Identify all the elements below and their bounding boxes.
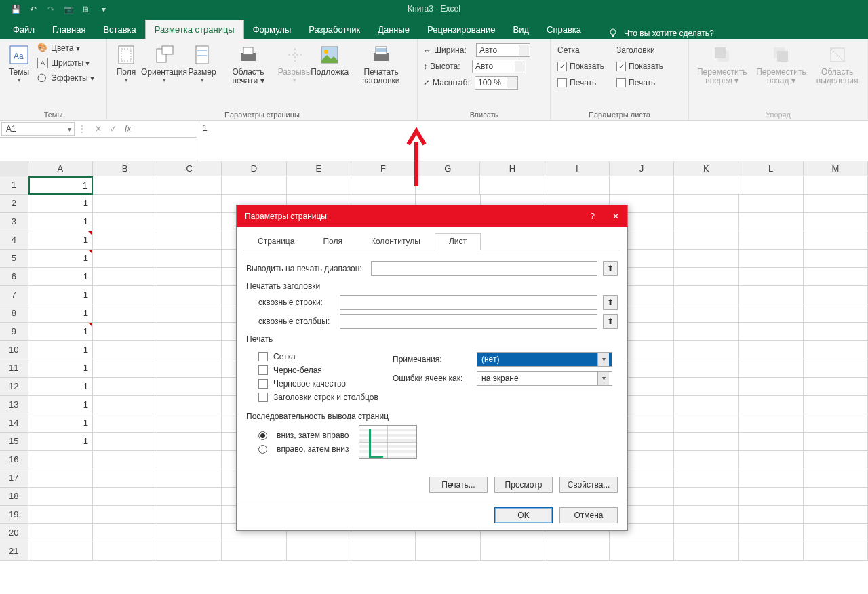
print-range-picker-icon[interactable]: ⬆	[603, 261, 618, 276]
cell[interactable]	[28, 488, 93, 506]
cell[interactable]	[739, 396, 804, 414]
cell[interactable]	[480, 176, 545, 195]
themes-button[interactable]: Aa Темы▾	[3, 41, 35, 85]
qat-printpreview-icon[interactable]: 🗎	[80, 3, 92, 16]
cell[interactable]	[804, 396, 868, 414]
cell[interactable]	[157, 542, 222, 561]
cell[interactable]	[674, 268, 738, 286]
dlg-tab-sheet[interactable]: Лист	[435, 233, 481, 250]
cell[interactable]	[287, 542, 351, 561]
cell[interactable]	[674, 488, 738, 506]
tab-insert[interactable]: Вставка	[94, 20, 144, 39]
cols-repeat-picker-icon[interactable]: ⬆	[603, 314, 618, 329]
cell[interactable]	[739, 231, 804, 250]
cell[interactable]	[674, 396, 738, 414]
cell[interactable]	[157, 213, 222, 231]
tab-help[interactable]: Справка	[538, 20, 590, 39]
cell[interactable]	[157, 506, 222, 524]
cell[interactable]	[157, 304, 222, 323]
col-header[interactable]: D	[222, 161, 286, 176]
cell[interactable]	[481, 542, 545, 561]
cell[interactable]	[157, 451, 222, 469]
cell[interactable]	[93, 286, 157, 304]
headings-view-checkbox[interactable]: ✓	[616, 62, 626, 71]
gridlines-print-checkbox[interactable]	[557, 78, 567, 87]
cell[interactable]	[674, 213, 738, 231]
print-button[interactable]: Печать...	[429, 477, 488, 493]
col-header[interactable]: B	[93, 161, 157, 176]
cell[interactable]	[674, 176, 738, 195]
cell[interactable]	[28, 451, 93, 469]
col-header[interactable]: A	[28, 161, 93, 176]
cell[interactable]	[739, 268, 804, 286]
cell[interactable]	[222, 176, 286, 195]
effects-button[interactable]: ◯Эффекты ▾	[35, 71, 96, 85]
qat-customize-icon[interactable]: ▾	[98, 3, 110, 16]
cell[interactable]	[674, 524, 738, 542]
cell[interactable]	[157, 286, 222, 304]
cell[interactable]	[157, 268, 222, 286]
cell[interactable]	[93, 524, 157, 542]
cell[interactable]	[804, 231, 868, 250]
cell[interactable]	[739, 286, 804, 304]
tab-page-layout[interactable]: Разметка страницы	[145, 20, 244, 39]
cols-repeat-input[interactable]	[340, 314, 597, 329]
cell[interactable]	[157, 524, 222, 542]
row-header[interactable]: 20	[0, 524, 28, 542]
cell[interactable]	[157, 231, 222, 250]
cell[interactable]	[93, 542, 157, 561]
cell[interactable]	[804, 414, 868, 433]
cell[interactable]	[157, 396, 222, 414]
cell[interactable]	[93, 341, 157, 359]
comments-combo[interactable]: (нет)	[477, 352, 612, 367]
cell[interactable]	[804, 433, 868, 451]
print-titles-button[interactable]: Печатать заголовки	[348, 41, 414, 87]
dialog-help-button[interactable]: ?	[590, 212, 595, 221]
chk-rowcol-headings[interactable]	[258, 393, 268, 402]
cell[interactable]	[93, 268, 157, 286]
fonts-button[interactable]: AШрифты ▾	[35, 56, 96, 71]
cell[interactable]	[157, 341, 222, 359]
cell[interactable]	[739, 469, 804, 488]
cell[interactable]	[739, 524, 804, 542]
cell[interactable]	[416, 542, 480, 561]
print-range-input[interactable]	[371, 261, 597, 276]
cell[interactable]	[739, 323, 804, 341]
cell[interactable]	[804, 524, 868, 542]
cell[interactable]	[157, 469, 222, 488]
tell-me-search[interactable]: Что вы хотите сделать?	[608, 28, 714, 39]
cell[interactable]	[93, 304, 157, 323]
cell[interactable]	[545, 176, 610, 195]
dialog-close-button[interactable]: ✕	[612, 212, 619, 221]
cell[interactable]	[157, 378, 222, 396]
tab-view[interactable]: Вид	[504, 20, 538, 39]
row-header[interactable]: 3	[0, 213, 28, 231]
cell[interactable]	[93, 451, 157, 469]
col-header[interactable]: H	[480, 161, 545, 176]
qat-undo-icon[interactable]: ↶	[27, 3, 39, 16]
row-header[interactable]: 14	[0, 414, 28, 433]
cell[interactable]	[93, 488, 157, 506]
col-header[interactable]: I	[545, 161, 610, 176]
fx-icon[interactable]: fx	[125, 124, 131, 134]
cell[interactable]	[93, 396, 157, 414]
col-header[interactable]: L	[738, 161, 803, 176]
errors-combo[interactable]: на экране	[477, 371, 612, 386]
row-header[interactable]: 2	[0, 195, 28, 213]
cell[interactable]: 1	[28, 378, 93, 396]
cell[interactable]: 1	[28, 268, 93, 286]
preview-button[interactable]: Просмотр	[494, 477, 553, 493]
col-header[interactable]: J	[610, 161, 674, 176]
tab-home[interactable]: Главная	[43, 20, 94, 39]
cell[interactable]	[93, 469, 157, 488]
cell[interactable]	[739, 304, 804, 323]
cell[interactable]	[804, 213, 868, 231]
tab-data[interactable]: Данные	[369, 20, 418, 39]
cell[interactable]	[674, 341, 738, 359]
row-header[interactable]: 18	[0, 488, 28, 506]
row-header[interactable]: 5	[0, 250, 28, 268]
cell[interactable]	[93, 506, 157, 524]
cell[interactable]	[804, 451, 868, 469]
cell[interactable]	[804, 488, 868, 506]
cell[interactable]	[610, 176, 674, 195]
